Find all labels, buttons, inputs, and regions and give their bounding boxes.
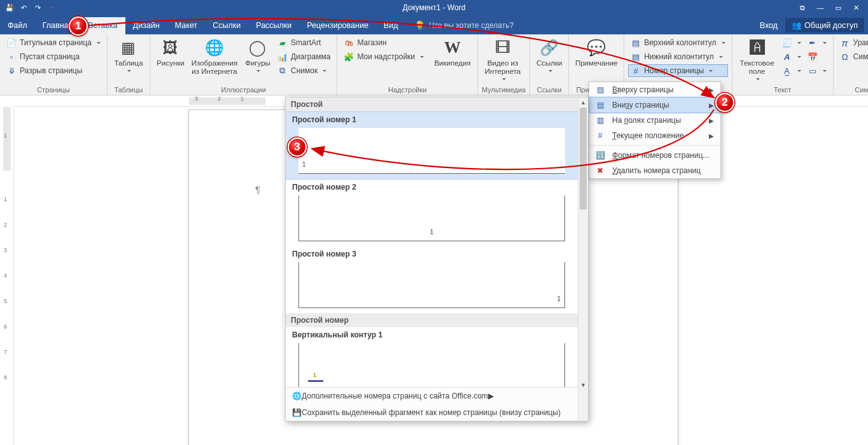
wordart-button[interactable]: A [780, 50, 804, 63]
page-break-icon: ⤋ [6, 66, 17, 76]
tab-file[interactable]: Файл [0, 17, 35, 34]
callout-3: 3 [288, 138, 307, 157]
dropcap-button[interactable]: A̲ [780, 64, 804, 77]
cover-page-button[interactable]: 📄Титульная страница [4, 36, 103, 49]
minimize-icon[interactable]: — [812, 2, 829, 13]
qat-customize-icon[interactable] [46, 2, 57, 13]
gallery-item-vertical-outline-1[interactable]: Вертикальный контур 1 1 [286, 327, 578, 389]
datetime-button[interactable]: 📅 [805, 50, 829, 63]
textbox-button[interactable]: 🅰Текстовое поле [736, 36, 778, 81]
scroll-down-icon[interactable]: ▼ [578, 380, 588, 390]
shapes-icon: ◯ [248, 38, 268, 58]
store-button[interactable]: 🛍Магазин [341, 36, 426, 49]
chart-button[interactable]: 📊Диаграмма [275, 50, 333, 63]
footer-icon: ▤ [631, 52, 641, 62]
share-label: Общий доступ [804, 21, 858, 30]
gallery-item-plain-2[interactable]: Простой номер 2 1 [286, 180, 578, 241]
tell-me-placeholder: Что вы хотите сделать? [429, 21, 514, 30]
header-icon: ▤ [631, 38, 641, 48]
shapes-button[interactable]: ◯Фигуры [242, 36, 274, 73]
links-button[interactable]: 🔗Ссылки [534, 36, 564, 73]
menu-separator [589, 145, 720, 146]
gallery-preview: 1 [298, 128, 565, 174]
my-addins-button[interactable]: 🧩Мои надстройки [341, 50, 426, 63]
group-links: 🔗Ссылки Ссылки [530, 34, 569, 95]
screenshot-button[interactable]: ⧉Снимок [275, 64, 333, 77]
group-label-symbols: Символы [837, 85, 868, 94]
wikipedia-button[interactable]: WВикипедия [431, 36, 473, 67]
close-icon[interactable]: ✕ [848, 2, 864, 13]
group-label-addins: Надстройки [341, 85, 473, 94]
tab-layout[interactable]: Макет [167, 17, 205, 34]
gallery-scrollbar[interactable]: ▲ ▼ [578, 97, 588, 421]
submenu-arrow-icon: ▶ [709, 132, 714, 139]
current-position-icon: # [594, 131, 606, 140]
pilcrow-icon: ¶ [255, 184, 260, 195]
gallery-preview: 1 [298, 343, 565, 389]
object-button[interactable]: ▭ [805, 64, 829, 77]
maximize-icon[interactable]: ▭ [830, 2, 846, 13]
page-margins-icon: ▥ [594, 116, 606, 125]
smartart-button[interactable]: ▰SmartArt [275, 36, 333, 49]
save-icon[interactable]: 💾 [4, 2, 15, 13]
pictures-button[interactable]: 🖼Рисунки [154, 36, 187, 67]
header-button[interactable]: ▤Верхний колонтитул [628, 36, 727, 49]
menu-page-margins[interactable]: ▥На полях страницы▶ [589, 113, 720, 128]
vertical-ruler[interactable]: 1 1 2 3 4 5 6 7 8 [0, 107, 14, 445]
group-tables: ▦Таблица Таблицы [108, 34, 150, 95]
page-number-button[interactable]: #Номер страницы [628, 64, 727, 77]
menu-remove-page-numbers[interactable]: ✖Удалить номера страниц [589, 163, 720, 178]
gallery-category-plain-number: Простой номер [286, 313, 578, 327]
quickparts-button[interactable]: 🧾 [780, 36, 804, 49]
comment-icon: 💬 [586, 38, 606, 58]
tell-me-search[interactable]: 💡Что вы хотите сделать? [405, 20, 514, 34]
tab-view[interactable]: Вид [376, 17, 406, 34]
submenu-arrow-icon: ▶ [488, 392, 494, 400]
menu-current-position[interactable]: #Текущее положение▶ [589, 128, 720, 143]
document-title: Документ1 - Word [402, 3, 465, 12]
submenu-arrow-icon: ▶ [709, 87, 714, 94]
title-bar: 💾 ↶ ↷ Документ1 - Word ⧉ — ▭ ✕ [0, 0, 868, 15]
tab-mailings[interactable]: Рассылки [248, 17, 299, 34]
symbol-button[interactable]: ΩСимвол [837, 50, 868, 63]
tab-review[interactable]: Рецензирование [299, 17, 376, 34]
redo-icon[interactable]: ↷ [32, 2, 43, 13]
menu-format-page-numbers[interactable]: 🔢Формат номеров страниц... [589, 148, 720, 163]
page-number-menu: ▤Вверху страницы▶ ▤Внизу страницы▶ ▥На п… [589, 81, 721, 179]
undo-icon[interactable]: ↶ [18, 2, 29, 13]
table-button[interactable]: ▦Таблица [111, 36, 146, 73]
scroll-up-icon[interactable]: ▲ [578, 97, 588, 108]
scroll-thumb[interactable] [580, 108, 587, 209]
quick-access-toolbar: 💾 ↶ ↷ [0, 2, 57, 13]
page-break-button[interactable]: ⤋Разрыв страницы [4, 64, 103, 77]
blank-page-button[interactable]: ▫Пустая страница [4, 50, 103, 63]
table-icon: ▦ [118, 38, 139, 58]
gallery-more-from-office[interactable]: 🌐Дополнительные номера страниц с сайта O… [286, 388, 578, 404]
ribbon-options-icon[interactable]: ⧉ [794, 2, 811, 13]
tab-references[interactable]: Ссылки [205, 17, 248, 34]
equation-button[interactable]: πУравнение [837, 36, 868, 49]
datetime-icon: 📅 [808, 52, 818, 62]
menu-top-of-page[interactable]: ▤Вверху страницы▶ [589, 82, 720, 97]
footer-button[interactable]: ▤Нижний колонтитул [628, 50, 727, 63]
gallery-category-simple: Простой [286, 97, 578, 111]
gallery-item-plain-3[interactable]: Простой номер 3 1 [286, 246, 578, 308]
group-illustrations: 🖼Рисунки 🌐Изображения из Интернета ◯Фигу… [150, 34, 337, 95]
pictures-icon: 🖼 [160, 38, 181, 58]
menu-bottom-of-page[interactable]: ▤Внизу страницы▶ [589, 97, 721, 113]
blank-page-icon: ▫ [6, 52, 17, 62]
signature-button[interactable]: ✒ [805, 36, 829, 49]
group-label-illus: Иллюстрации [154, 85, 333, 94]
tab-design[interactable]: Дизайн [125, 17, 167, 34]
sign-in-button[interactable]: Вход [753, 18, 784, 32]
online-video-button[interactable]: 🎞Видео из Интернета [482, 36, 524, 81]
online-pictures-button[interactable]: 🌐Изображения из Интернета [188, 36, 241, 76]
share-button[interactable]: 👥Общий доступ [785, 18, 864, 32]
comment-button[interactable]: 💬Примечание [573, 36, 620, 67]
group-media: 🎞Видео из Интернета Мультимедиа [478, 34, 530, 95]
gallery-preview: 1 [298, 195, 565, 241]
group-label-text: Текст [736, 85, 829, 94]
share-icon: 👥 [792, 20, 802, 30]
bulb-icon: 💡 [414, 20, 425, 31]
gallery-item-plain-1[interactable]: Простой номер 1 1 [286, 111, 578, 180]
